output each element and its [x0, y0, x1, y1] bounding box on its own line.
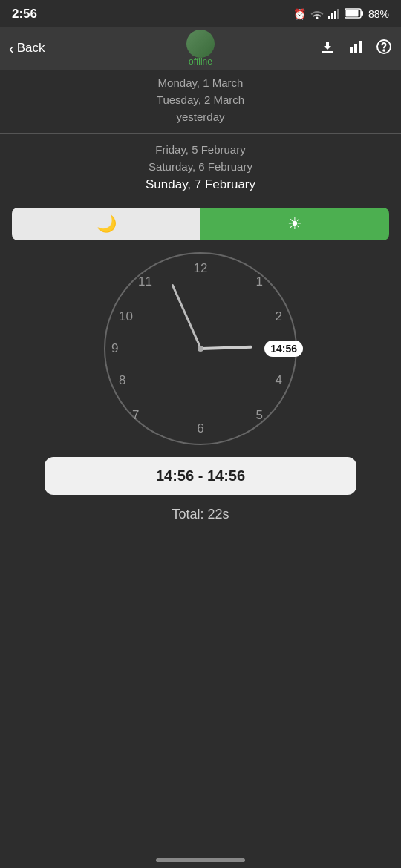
svg-rect-8 [350, 47, 353, 53]
header: ‹ Back offline [0, 27, 401, 70]
chart-button[interactable] [348, 39, 364, 59]
wifi-icon [310, 8, 324, 21]
clock-num-6: 6 [197, 421, 203, 436]
svg-rect-7 [322, 51, 333, 53]
status-bar: 2:56 ⏰ 88% [0, 0, 401, 27]
clock-num-9: 9 [111, 341, 118, 356]
svg-rect-1 [331, 13, 333, 19]
back-label: Back [17, 41, 45, 56]
clock-center-dot [198, 346, 203, 352]
svg-rect-2 [334, 11, 336, 19]
back-button[interactable]: ‹ Back [9, 40, 45, 57]
svg-rect-6 [345, 10, 358, 16]
svg-rect-0 [328, 16, 330, 19]
time-range-box[interactable]: 14:56 - 14:56 [45, 457, 356, 495]
signal-icon [328, 8, 340, 21]
status-icons: ⏰ 88% [293, 8, 389, 21]
download-button[interactable] [319, 39, 336, 59]
clock-num-10: 10 [119, 309, 133, 324]
offline-label: offline [189, 56, 212, 67]
svg-rect-9 [354, 44, 357, 53]
battery-icon [345, 8, 364, 21]
clock-time-badge: 14:56 [264, 341, 303, 357]
clock-num-12: 12 [194, 261, 208, 276]
back-chevron-icon: ‹ [9, 40, 14, 57]
sun-icon: ☀ [287, 214, 302, 234]
svg-rect-5 [361, 11, 363, 16]
battery-percent: 88% [368, 8, 389, 20]
clock-num-1: 1 [256, 274, 263, 289]
clock-num-5: 5 [256, 408, 263, 423]
help-button[interactable] [376, 39, 392, 59]
divider [0, 133, 401, 134]
alarm-icon: ⏰ [293, 8, 306, 20]
date-item[interactable]: yesterday [0, 108, 401, 125]
header-actions [319, 39, 392, 59]
date-item-fri[interactable]: Friday, 5 February [0, 141, 401, 158]
date-item-sat[interactable]: Saturday, 6 February [0, 158, 401, 175]
date-list-upper: Monday, 1 March Tuesday, 2 March yesterd… [0, 70, 401, 130]
night-toggle-button[interactable]: 🌙 [12, 208, 200, 240]
clock-num-7: 7 [132, 408, 139, 423]
status-time: 2:56 [12, 7, 37, 22]
clock-num-2: 2 [276, 309, 282, 324]
date-item[interactable]: Tuesday, 2 March [0, 91, 401, 108]
clock-hour-hand [200, 346, 252, 350]
clock-num-8: 8 [119, 373, 125, 388]
day-toggle-button[interactable]: ☀ [200, 208, 389, 240]
time-range-label: 14:56 - 14:56 [156, 467, 245, 484]
svg-rect-10 [359, 41, 362, 53]
clock-container: 12 1 2 3 4 5 6 7 8 9 10 11 14:56 [0, 252, 401, 445]
date-item[interactable]: Monday, 1 March [0, 74, 401, 91]
total-label: Total: 22s [0, 507, 401, 522]
clock-face: 12 1 2 3 4 5 6 7 8 9 10 11 14:56 [104, 252, 297, 445]
avatar [186, 30, 215, 58]
clock-num-4: 4 [276, 373, 282, 388]
svg-point-12 [383, 50, 385, 51]
home-indicator [156, 858, 245, 862]
date-item-sun[interactable]: Sunday, 7 February [0, 175, 401, 194]
header-center: offline [186, 30, 215, 67]
clock-minute-hand [171, 284, 201, 349]
svg-rect-3 [337, 9, 339, 19]
clock-num-11: 11 [138, 274, 152, 289]
date-list-lower: Friday, 5 February Saturday, 6 February … [0, 137, 401, 199]
moon-icon: 🌙 [97, 214, 117, 234]
toggle-row: 🌙 ☀ [12, 208, 389, 240]
